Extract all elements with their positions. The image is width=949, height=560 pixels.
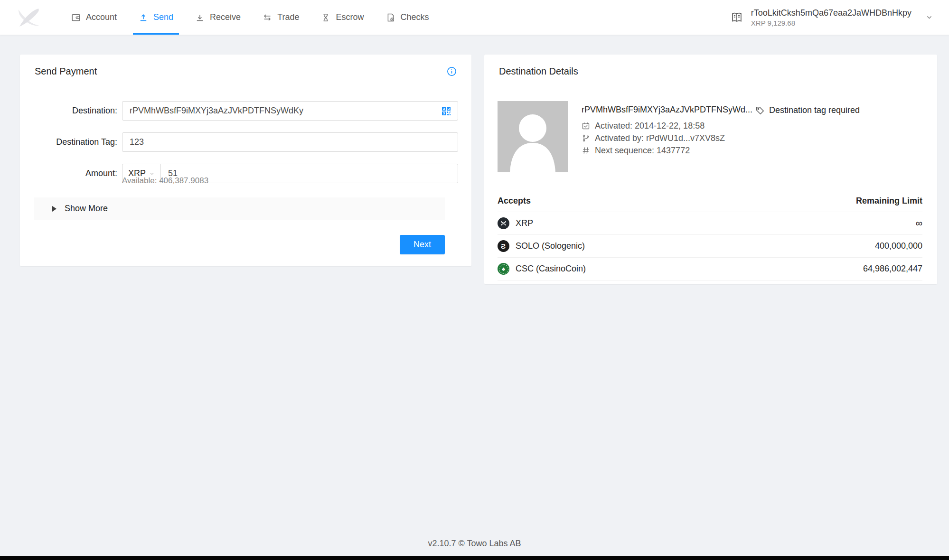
activated-text: Activated: 2014-12-22, 18:58 <box>595 120 705 132</box>
destination-row: Destination: <box>20 101 458 121</box>
avatar <box>498 101 568 172</box>
qr-scan-icon[interactable] <box>440 105 452 117</box>
show-more-toggle[interactable]: Show More <box>34 197 445 220</box>
tab-escrow[interactable]: Escrow <box>315 0 369 35</box>
branch-icon <box>582 134 590 142</box>
next-sequence-text: Next sequence: 1437772 <box>595 144 690 157</box>
destination-label: Destination: <box>20 101 117 121</box>
tag-icon <box>755 106 765 115</box>
main-nav: Account Send Receive <box>66 0 445 35</box>
tab-label: Escrow <box>336 12 364 22</box>
tab-label: Receive <box>210 12 241 22</box>
account-switcher[interactable]: rTooLkitCksh5mQa67eaa2JaWHDBnHkpy XRP 9,… <box>730 0 933 35</box>
destination-info: rPVMhWBsfF9iMXYj3aAzJVkPDTFNSyWd... Acti… <box>582 101 733 177</box>
address-book-icon[interactable] <box>730 11 743 24</box>
destination-tag-input[interactable] <box>122 132 458 152</box>
tab-send[interactable]: Send <box>133 0 179 35</box>
accepts-table-header: Accepts Remaining Limit <box>498 196 922 212</box>
destination-input[interactable] <box>122 101 458 121</box>
remaining-limit-col-header: Remaining Limit <box>856 196 922 206</box>
details-card-header: Destination Details <box>484 55 937 88</box>
swap-icon <box>263 13 272 22</box>
send-card-header: Send Payment <box>20 55 471 88</box>
remaining-limit: ∞ <box>916 218 922 229</box>
tab-label: Trade <box>277 12 299 22</box>
tab-checks[interactable]: Checks <box>380 0 435 35</box>
currency-name: SOLO (Sologenic) <box>516 241 585 251</box>
destination-tag-required-badge: Destination tag required <box>755 105 922 115</box>
hourglass-icon <box>321 13 330 22</box>
next-sequence-line: Next sequence: 1437772 <box>582 144 733 157</box>
wallet-icon <box>71 13 81 22</box>
bottom-bar <box>0 556 949 560</box>
activated-by-line: Activated by: rPdWU1d...v7XV8sZ <box>582 132 733 144</box>
tab-trade[interactable]: Trade <box>257 0 305 35</box>
next-button[interactable]: Next <box>400 235 445 254</box>
destination-tag-row: Destination Tag: <box>20 132 458 152</box>
destination-tag-label: Destination Tag: <box>20 132 117 152</box>
xrp-logo-icon <box>498 217 509 229</box>
currency-name: CSC (CasinoCoin) <box>516 264 586 274</box>
calendar-check-icon <box>582 121 590 130</box>
currency-name: XRP <box>516 218 533 228</box>
send-card-title: Send Payment <box>35 66 97 77</box>
tab-label: Account <box>86 12 117 22</box>
account-address: rTooLkitCksh5mQa67eaa2JaWHDBnHkpy <box>751 8 911 18</box>
send-form: Destination: <box>20 88 471 254</box>
caret-right-icon <box>52 206 56 212</box>
show-more-label: Show More <box>65 204 108 214</box>
top-nav-bar: Account Send Receive <box>0 0 949 35</box>
activated-line: Activated: 2014-12-22, 18:58 <box>582 120 733 132</box>
amount-label: Amount: <box>20 164 117 183</box>
table-row: S SOLO (Sologenic) 400,000,000 <box>498 235 922 258</box>
info-circle-icon[interactable] <box>447 66 457 76</box>
tag-required-text: Destination tag required <box>769 105 860 115</box>
app-logo-icon <box>0 0 57 35</box>
tab-label: Send <box>153 12 173 22</box>
chevron-down-icon[interactable] <box>926 14 933 21</box>
chevron-down-icon <box>149 171 155 177</box>
sologenic-logo-icon: S <box>498 240 509 252</box>
upload-icon <box>139 13 148 22</box>
activated-by-text: Activated by: rPdWU1d...v7XV8sZ <box>595 132 725 144</box>
file-check-icon <box>386 13 395 22</box>
tab-receive[interactable]: Receive <box>189 0 246 35</box>
remaining-limit: 400,000,000 <box>875 241 922 251</box>
download-icon <box>195 13 205 22</box>
amount-row: Amount: XRP <box>20 164 458 183</box>
destination-profile: rPVMhWBsfF9iMXYj3aAzJVkPDTFNSyWd... Acti… <box>498 101 922 177</box>
account-balance: XRP 9,129.68 <box>751 19 911 27</box>
active-account: rTooLkitCksh5mQa67eaa2JaWHDBnHkpy XRP 9,… <box>751 8 911 27</box>
table-row: XRP ∞ <box>498 212 922 235</box>
table-row: ♠ CSC (CasinoCoin) 64,986,002,447 <box>498 258 922 280</box>
tab-account[interactable]: Account <box>66 0 122 35</box>
app-version-footer: v2.10.7 © Towo Labs AB <box>0 539 949 549</box>
hash-icon <box>582 146 590 155</box>
remaining-limit: 64,986,002,447 <box>863 264 922 274</box>
details-card-title: Destination Details <box>499 66 578 77</box>
destination-details-card: Destination Details rPVMhWBsfF9iMXYj3aAz… <box>484 55 937 284</box>
accepts-col-header: Accepts <box>498 196 531 206</box>
send-payment-card: Send Payment Destination: <box>20 55 471 266</box>
casinocoin-logo-icon: ♠ <box>498 263 509 275</box>
page-content: Send Payment Destination: <box>0 35 949 556</box>
destination-address: rPVMhWBsfF9iMXYj3aAzJVkPDTFNSyWd... <box>582 104 733 115</box>
tab-label: Checks <box>401 12 429 22</box>
